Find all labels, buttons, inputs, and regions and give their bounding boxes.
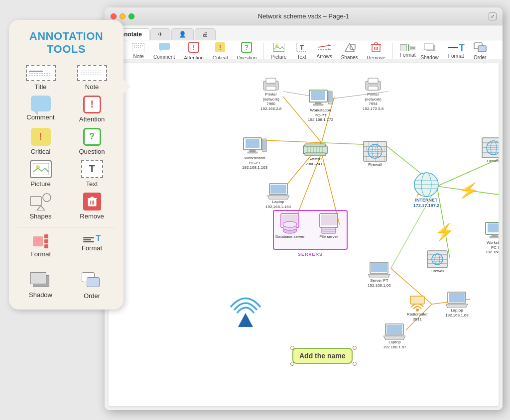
critical-label: Critical bbox=[31, 148, 51, 155]
handle-bl[interactable] bbox=[290, 362, 294, 366]
format-color-label: Format bbox=[30, 250, 51, 258]
tb-text[interactable]: T Text bbox=[292, 41, 312, 61]
tool-text[interactable]: T Text bbox=[68, 160, 116, 188]
node-wifi-tower[interactable] bbox=[228, 287, 263, 327]
node-printer2[interactable]: Printer(network)7954192.172.5.8 bbox=[363, 77, 383, 111]
svg-rect-158 bbox=[449, 293, 465, 302]
remove-label: Remove bbox=[80, 212, 104, 220]
tool-order[interactable]: Order bbox=[68, 272, 116, 300]
node-switch1[interactable]: Switch12960-24TT bbox=[303, 143, 328, 166]
tool-attention[interactable]: ! Attention bbox=[68, 96, 116, 123]
node-server-pt[interactable]: Server-PT192.168.1.66 bbox=[368, 261, 391, 288]
tb-order[interactable]: Order bbox=[470, 41, 491, 62]
tb-attention[interactable]: ! Attention bbox=[180, 40, 207, 62]
svg-marker-4 bbox=[37, 206, 45, 210]
window-title: Network scheme.vsdx – Page-1 bbox=[258, 12, 350, 20]
tb-remove[interactable]: Remove bbox=[363, 40, 389, 62]
tb-shadow[interactable]: Shadow bbox=[417, 41, 443, 62]
tool-format-color[interactable]: Format bbox=[17, 234, 64, 258]
format-text-label: Format bbox=[82, 244, 102, 252]
tb-arrows-icon bbox=[317, 43, 332, 53]
tb-critical[interactable]: ! Critical bbox=[209, 40, 232, 62]
shadow-icon bbox=[30, 272, 51, 289]
panel-title: ANNOTATIONTOOLS bbox=[17, 30, 116, 56]
annotation-panel: ANNOTATIONTOOLS Title bbox=[9, 20, 124, 310]
format-color-group[interactable]: Format bbox=[400, 44, 416, 58]
tool-picture[interactable]: Picture bbox=[17, 160, 64, 188]
tool-shadow[interactable]: Shadow bbox=[17, 272, 64, 300]
tool-note[interactable]: Note bbox=[68, 65, 116, 91]
handle-br[interactable] bbox=[353, 362, 357, 366]
title-bar: Network scheme.vsdx – Page-1 ⤢ bbox=[105, 7, 503, 25]
svg-text:!: ! bbox=[219, 43, 222, 51]
node-firewall2[interactable]: Firewall bbox=[481, 137, 499, 164]
tb-attention-icon: ! bbox=[188, 42, 199, 54]
tool-remove[interactable]: Remove bbox=[68, 193, 116, 220]
node-radiorouter[interactable]: Radiorouter2811 bbox=[406, 293, 428, 321]
text-icon: T bbox=[81, 160, 103, 178]
handle-tr[interactable] bbox=[353, 346, 357, 350]
node-internet[interactable]: INTERNET172.17.197.2 bbox=[411, 172, 441, 209]
tool-format-text[interactable]: T Format bbox=[68, 234, 116, 258]
node-firewall1[interactable]: Firewall bbox=[363, 140, 387, 167]
node-laptop4[interactable]: Laptop192.168.1.67 bbox=[383, 323, 406, 349]
maximize-button[interactable] bbox=[128, 13, 134, 19]
svg-rect-42 bbox=[478, 46, 486, 52]
tb-comment[interactable]: Comment bbox=[149, 41, 179, 61]
minimize-button[interactable] bbox=[120, 13, 126, 19]
svg-rect-40 bbox=[424, 43, 433, 50]
svg-rect-84 bbox=[263, 140, 266, 150]
node-db-server[interactable]: Database server bbox=[275, 212, 305, 239]
svg-rect-86 bbox=[305, 144, 326, 147]
tb-note[interactable]: Note bbox=[128, 42, 148, 61]
shadow-label: Shadow bbox=[29, 291, 52, 299]
tab-4[interactable]: 🖨 bbox=[195, 28, 216, 40]
node-workstation1[interactable]: WorkstationPC-PT192.168.1.172 bbox=[308, 89, 333, 122]
critical-icon: ! bbox=[31, 128, 51, 146]
traffic-lights bbox=[111, 13, 134, 19]
node-laptop3[interactable]: Laptop192.168.1.68 bbox=[445, 291, 469, 317]
close-button[interactable] bbox=[111, 13, 117, 19]
tool-critical[interactable]: ! Critical bbox=[17, 128, 64, 155]
tb-question-icon: ? bbox=[241, 42, 252, 54]
toolbar-tabs: Annotate ✈ 👤 🖨 bbox=[105, 25, 503, 40]
node-laptop1[interactable]: Laptop192.168.1.164 bbox=[265, 183, 291, 209]
tb-arrows[interactable]: Arrows bbox=[313, 42, 336, 61]
order-label: Order bbox=[84, 292, 100, 300]
svg-point-100 bbox=[283, 221, 297, 227]
note-icon bbox=[77, 65, 107, 81]
svg-rect-103 bbox=[322, 227, 336, 233]
node-workstation2[interactable]: WorkstationPC-PT192.168.1.163 bbox=[242, 137, 267, 170]
tool-shapes[interactable]: Shapes bbox=[17, 193, 64, 220]
tb-divider-1 bbox=[263, 43, 264, 59]
svg-rect-74 bbox=[311, 91, 325, 100]
tool-question[interactable]: ? Question bbox=[68, 128, 116, 155]
tool-comment[interactable]: Comment bbox=[17, 96, 64, 123]
node-printer1[interactable]: Printer(network)7960192.168.2.8 bbox=[260, 77, 281, 111]
tab-2[interactable]: ✈ bbox=[150, 28, 170, 40]
tb-picture[interactable]: Picture bbox=[267, 41, 290, 61]
tool-title[interactable]: Title bbox=[17, 65, 64, 91]
canvas-area[interactable]: ⚡ ⚡ ⚡ Printer(network)7960192.168.2.8 bbox=[105, 59, 503, 410]
tb-shapes[interactable]: Shapes bbox=[337, 41, 362, 62]
svg-point-155 bbox=[416, 309, 419, 312]
question-icon: ? bbox=[83, 128, 101, 146]
svg-rect-75 bbox=[315, 102, 321, 104]
tab-3[interactable]: 👤 bbox=[171, 28, 194, 40]
tb-text-format[interactable]: T Format bbox=[444, 42, 469, 60]
handle-tl[interactable] bbox=[290, 346, 294, 350]
node-workstation3[interactable]: WorkstationPC-PT192.168.1.35 bbox=[485, 221, 499, 255]
annotation-box[interactable]: Add the name bbox=[292, 348, 353, 364]
svg-rect-154 bbox=[371, 263, 387, 272]
node-file-server[interactable]: File server bbox=[317, 212, 341, 239]
tool-grid: Title Note Comment ! Att bbox=[17, 65, 116, 300]
picture-label: Picture bbox=[30, 180, 50, 188]
tb-critical-icon: ! bbox=[215, 42, 226, 54]
tb-question[interactable]: ? Question bbox=[233, 40, 260, 62]
format-label: Format bbox=[400, 52, 416, 58]
attention-label: Attention bbox=[79, 115, 105, 123]
fullscreen-button[interactable]: ⤢ bbox=[489, 12, 497, 20]
svg-rect-144 bbox=[488, 223, 499, 232]
node-firewall3[interactable]: Firewall bbox=[426, 250, 448, 274]
svg-rect-102 bbox=[321, 214, 337, 225]
